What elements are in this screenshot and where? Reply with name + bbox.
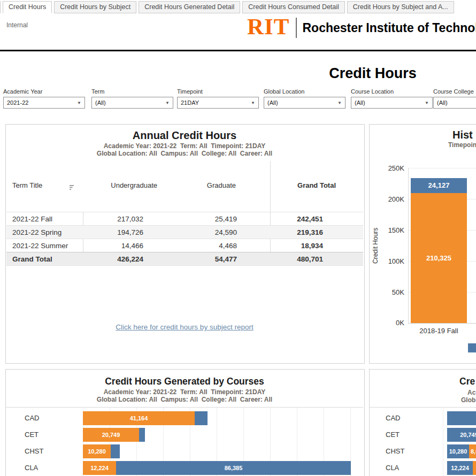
filter-global-location: Global Location (All) ▼	[264, 88, 346, 109]
panel-subtitle-1: Academic Year: 2021-22 Term: All Timepoi…	[6, 142, 363, 150]
bar-blue-segment[interactable]	[447, 411, 476, 425]
panel-title-clipped: Cre	[459, 376, 475, 387]
historical-credit-hours-panel: Hist Timepoin Credit Hours 250K 200K 150…	[369, 124, 476, 364]
bar-value-label: 86,385	[116, 465, 351, 471]
dropdown-value: (All)	[437, 99, 448, 106]
bar-blue-segment[interactable]: 12,224	[447, 461, 473, 475]
panel-title: Annual Credit Hours	[6, 129, 363, 142]
undergraduate-cell: 14,466	[87, 239, 143, 252]
sort-icon[interactable]	[70, 183, 75, 193]
bar-orange-segment[interactable]: 20,749	[83, 428, 139, 442]
bar-orange-segment[interactable]: 8,0	[469, 444, 476, 458]
grand-total-cell: 242,451	[268, 212, 323, 226]
dropdown-value: (All)	[355, 99, 365, 106]
bar-value-label: 20,749	[447, 432, 476, 438]
bar-orange-segment[interactable]: 10,280	[83, 444, 111, 458]
panel-subtitle-1-clipped: Ac	[467, 389, 475, 396]
term-dropdown[interactable]: (All) ▼	[91, 97, 173, 109]
bar-value-label: 12,224	[447, 465, 473, 471]
annual-credit-hours-panel: Annual Credit Hours Academic Year: 2021-…	[5, 124, 365, 364]
generated-bar-chart: CAD41,164CET20,749CHST10,280CLA12,22486,…	[6, 408, 363, 476]
bar-orange-segment[interactable]	[473, 461, 476, 475]
term-cell: 2021-22 Summer	[12, 239, 68, 252]
term-cell: 2021-22 Spring	[12, 226, 62, 239]
term-cell: 2021-22 Fall	[12, 212, 52, 226]
filter-label: Term	[91, 88, 173, 95]
undergraduate-cell: 217,032	[87, 212, 143, 226]
dropdown-value: 21DAY	[181, 99, 199, 106]
bar-value-label: 10,280	[83, 448, 111, 455]
panel-subtitle-2: Global Location: All Campus: All College…	[6, 150, 363, 157]
dropdown-value: (All)	[267, 99, 278, 106]
tab-credit-hours-consumed-detail[interactable]: Credit Hours Consumed Detail	[242, 1, 345, 13]
bar-value-label: 12,224	[83, 465, 116, 471]
chevron-down-icon: ▼	[251, 101, 255, 105]
bar-value-label: 210,325	[411, 254, 467, 262]
dropdown-value: 2021-22	[7, 99, 28, 106]
column-header-graduate[interactable]: Graduate	[182, 181, 236, 189]
filter-course-location: Course Location (All) ▼	[351, 88, 433, 109]
chevron-down-icon: ▼	[77, 101, 81, 105]
filter-label: Course Location	[351, 88, 433, 95]
global-location-dropdown[interactable]: (All) ▼	[264, 97, 346, 109]
graduate-cell: 25,419	[183, 212, 237, 226]
bar-blue-segment[interactable]: 20,749	[447, 428, 476, 442]
column-header-term-title[interactable]: Term Title	[12, 181, 42, 189]
bar-orange-segment[interactable]: 12,224	[83, 461, 116, 475]
graduate-cell: 4,468	[183, 239, 237, 252]
category-label: CAD	[25, 411, 39, 425]
filter-course-college: Course College (All)	[433, 88, 476, 109]
bar-blue-segment[interactable]: 86,385	[116, 461, 351, 475]
column-header-undergraduate[interactable]: Undergraduate	[86, 181, 157, 189]
category-label: CLA	[386, 461, 399, 475]
subject-report-link[interactable]: Click here for credit hours by subject r…	[6, 323, 363, 331]
org-name: Rochester Institute of Technology	[302, 21, 476, 35]
column-header-grand-total[interactable]: Grand Total	[272, 181, 336, 189]
bar-value-label: 10,280	[447, 448, 469, 455]
timepoint-dropdown[interactable]: 21DAY ▼	[177, 97, 259, 109]
generated-by-courses-panel: Credit Hours Generated by Courses Academ…	[5, 369, 365, 476]
panel-title: Credit Hours Generated by Courses	[6, 376, 363, 387]
grand-total-cell: 480,701	[268, 252, 323, 266]
rit-logo: RIT Rochester Institute of Technology	[247, 15, 476, 38]
course-location-dropdown[interactable]: (All) ▼	[351, 97, 433, 109]
course-college-dropdown[interactable]: (All)	[433, 97, 476, 109]
term-cell: Grand Total	[12, 252, 52, 266]
undergraduate-cell: 194,726	[87, 226, 143, 239]
bar-blue-segment[interactable]	[195, 411, 208, 425]
category-label: CAD	[386, 411, 400, 425]
category-label: CHST	[25, 444, 43, 458]
chevron-down-icon: ▼	[337, 101, 342, 105]
table-bottom-border	[6, 265, 363, 266]
category-label: CHST	[386, 444, 404, 458]
header-rule	[0, 50, 476, 51]
sheet-tab-bar: Credit Hours Credit Hours by Subject Cre…	[0, 1, 454, 13]
table-row: 2021-22 Fall 217,032 25,419 242,451	[6, 212, 363, 226]
filter-label: Academic Year	[3, 88, 85, 95]
graduate-cell: 54,477	[183, 252, 237, 266]
filter-label: Global Location	[264, 88, 346, 95]
dashboard-screen: Credit Hours Credit Hours by Subject Cre…	[0, 0, 476, 476]
bar-orange-segment[interactable]: 41,164	[83, 411, 195, 425]
panel-subtitle-2-clipped: Glob	[461, 396, 475, 404]
category-label: CET	[386, 428, 400, 442]
page-title: Credit Hours	[241, 65, 476, 82]
filter-academic-year: Academic Year 2021-22 ▼	[3, 88, 85, 109]
bar-value-label: 41,164	[83, 415, 195, 421]
bar-value-label: 8,0	[469, 448, 476, 455]
bar-blue-segment[interactable]	[111, 444, 120, 458]
tab-credit-hours-by-subject-and-a[interactable]: Credit Hours by Subject and A...	[347, 1, 454, 13]
x-category-label: 2018-19 Fall	[384, 327, 476, 335]
table-row: 2021-22 Spring 194,726 24,590 219,316	[6, 225, 363, 239]
consumed-bar-chart: CADCET20,749CHST10,2808,0CLA12,224	[370, 408, 476, 476]
academic-year-dropdown[interactable]: 2021-22 ▼	[3, 97, 85, 109]
bar-blue-segment[interactable]: 10,280	[447, 444, 469, 458]
bar-blue-segment[interactable]	[139, 428, 145, 442]
legend-swatch-blue[interactable]	[468, 343, 476, 352]
bar-value-label: 24,127	[411, 181, 467, 189]
tab-credit-hours-generated-detail[interactable]: Credit Hours Generated Detail	[139, 1, 240, 13]
tab-credit-hours[interactable]: Credit Hours	[3, 1, 52, 13]
tab-credit-hours-by-subject[interactable]: Credit Hours by Subject	[54, 1, 136, 13]
table-row: 2021-22 Summer 14,466 4,468 18,934	[6, 239, 363, 252]
chevron-down-icon: ▼	[165, 101, 170, 105]
